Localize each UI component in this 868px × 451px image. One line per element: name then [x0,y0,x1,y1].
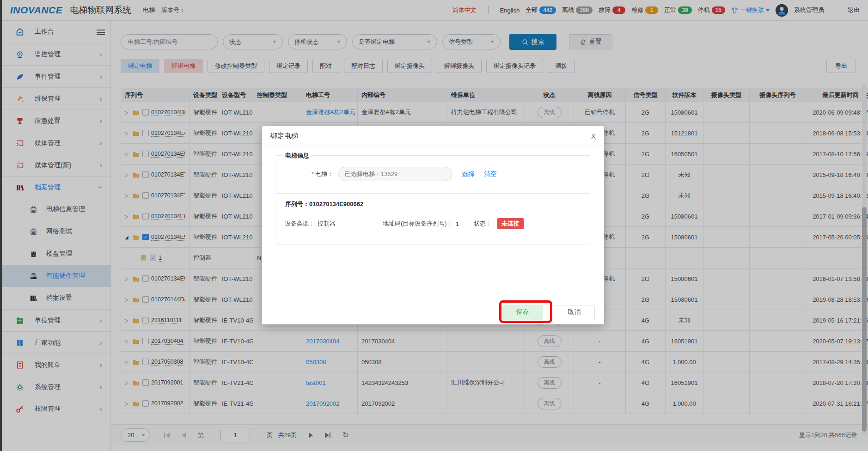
addr-code-label: 地址码(目标设备序列号)： [383,219,453,228]
required-mark: * [312,171,314,177]
bind-elevator-dialog: 绑定电梯 X 电梯信息 * 电梯： 选择 清空 序列号：010270134E90… [262,126,604,324]
device-type-value: 控制器 [318,219,336,228]
elevator-info-legend: 电梯信息 [282,152,312,160]
elevator-info-section: 电梯信息 * 电梯： 选择 清空 [276,155,590,194]
conn-status-label: 状态： [474,219,492,228]
device-type-label: 设备类型： [285,219,315,228]
serial-legend: 序列号：010270134E900062 [282,200,367,208]
clear-elevator-link[interactable]: 清空 [484,170,497,178]
selected-elevator-input[interactable] [338,167,452,181]
elevator-field-label: 电梯： [315,170,333,178]
dialog-title: 绑定电梯 [270,132,298,140]
select-elevator-link[interactable]: 选择 [462,170,475,178]
cancel-button[interactable]: 取消 [554,305,595,320]
close-icon[interactable]: X [591,132,596,140]
conn-status-badge: 未连接 [497,218,524,229]
addr-code-value: 1 [456,220,459,227]
save-button[interactable]: 保存 [502,305,543,320]
serial-section: 序列号：010270134E900062 设备类型： 控制器 地址码(目标设备序… [276,204,590,244]
